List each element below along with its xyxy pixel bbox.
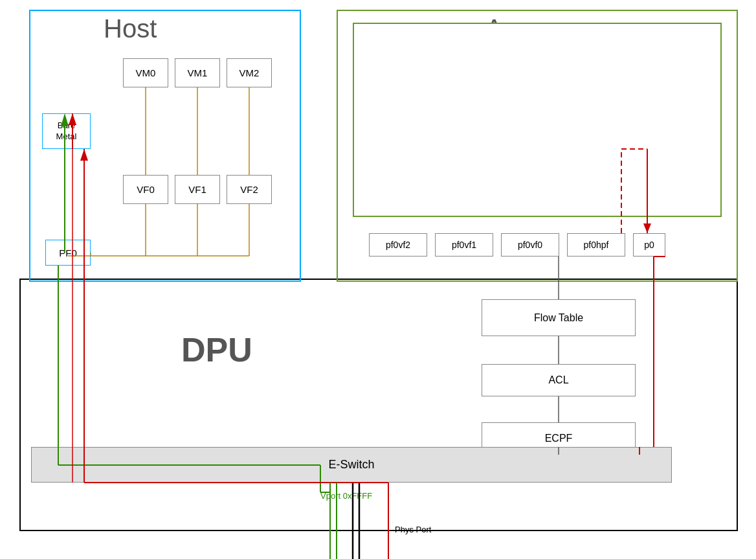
ovs-box: ➜ ➜ vS Open vSwitch bbox=[353, 23, 722, 217]
phys-port-label: Phys Port bbox=[395, 525, 431, 534]
pf0vf2-box: pf0vf2 bbox=[369, 233, 427, 257]
pf0hpf-box: pf0hpf bbox=[567, 233, 625, 257]
dpu-label: DPU bbox=[181, 330, 252, 369]
vm2-box: VM2 bbox=[227, 58, 272, 87]
vf1-box: VF1 bbox=[175, 175, 220, 204]
pf0vf0-box: pf0vf0 bbox=[501, 233, 559, 257]
flow-table-box: Flow Table bbox=[482, 299, 636, 336]
pf0vf1-box: pf0vf1 bbox=[435, 233, 493, 257]
bare-metal-box: Bare Metal bbox=[42, 113, 91, 149]
acl-box: ACL bbox=[482, 364, 636, 396]
p0-box: p0 bbox=[633, 233, 665, 257]
vf2-box: VF2 bbox=[227, 175, 272, 204]
host-label: Host bbox=[104, 14, 157, 43]
eswitch-box: E-Switch bbox=[31, 447, 672, 483]
pf0-box: PF0 bbox=[45, 240, 91, 266]
diagram-container: DPU Host Arm ➜ ➜ vS Open vSwitch VM0 VM1 bbox=[0, 0, 756, 559]
vf0-box: VF0 bbox=[123, 175, 168, 204]
vm1-box: VM1 bbox=[175, 58, 220, 87]
vport-label: Vport 0xFFFF bbox=[320, 491, 372, 501]
vm0-box: VM0 bbox=[123, 58, 168, 87]
